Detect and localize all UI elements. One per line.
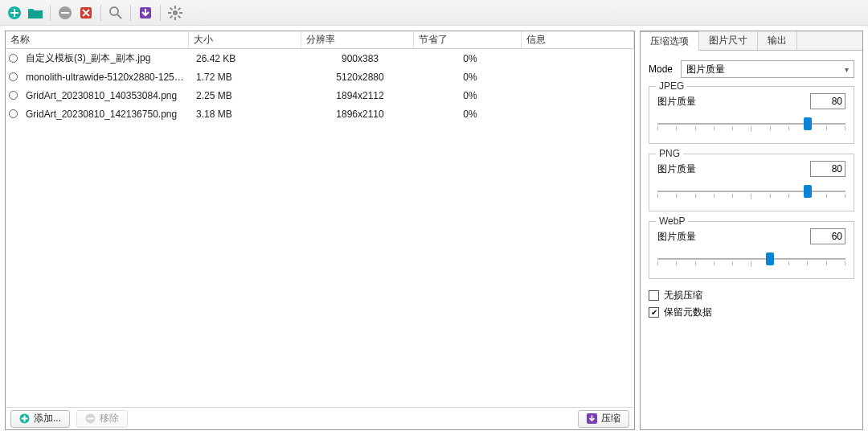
table-row[interactable]: 自定义模板(3)_副本_副本.jpg 26.42 KB 900x383 0% [6, 49, 634, 68]
cell-resolution: 1896x2110 [304, 109, 416, 120]
slider-ticks [657, 261, 845, 266]
delete-icon[interactable] [76, 3, 96, 23]
compress-down-icon [587, 413, 597, 424]
jpeg-quality-input[interactable] [810, 93, 845, 109]
webp-quality-input[interactable] [810, 228, 845, 244]
open-folder-icon[interactable] [26, 3, 45, 23]
slider-thumb[interactable] [804, 185, 812, 198]
mode-label: Mode [649, 64, 673, 75]
table-row[interactable]: GridArt_20230810_142136750.png 3.18 MB 1… [6, 105, 634, 123]
png-section: PNG 图片质量 [649, 154, 854, 211]
add-icon [19, 413, 30, 424]
png-legend: PNG [656, 148, 683, 159]
cell-size: 1.72 MB [191, 72, 304, 83]
slider-thumb[interactable] [766, 252, 774, 265]
webp-legend: WebP [656, 215, 688, 227]
cell-saved: 0% [416, 72, 524, 83]
file-list-header: 名称 大小 分辨率 节省了 信息 [6, 31, 634, 49]
slider-thumb[interactable] [804, 117, 812, 130]
toolbar-divider [130, 5, 131, 21]
search-icon[interactable] [106, 3, 125, 23]
file-list-body[interactable]: 自定义模板(3)_副本_副本.jpg 26.42 KB 900x383 0% m… [6, 49, 634, 407]
cell-name: 自定义模板(3)_副本_副本.jpg [21, 51, 191, 65]
content-area: 名称 大小 分辨率 节省了 信息 自定义模板(3)_副本_副本.jpg 26.4… [0, 26, 868, 435]
cell-size: 3.18 MB [191, 109, 304, 120]
status-icon [9, 109, 18, 118]
options-panel: 压缩选项 图片尺寸 输出 Mode 图片质量 ▾ JPEG 图片质量 [640, 31, 863, 430]
toolbar-divider [100, 5, 101, 21]
mode-select[interactable]: 图片质量 ▾ [681, 60, 854, 78]
table-row[interactable]: GridArt_20230810_140353084.png 2.25 MB 1… [6, 86, 634, 105]
slider-track [657, 191, 845, 192]
column-name[interactable]: 名称 [6, 31, 189, 48]
svg-rect-2 [10, 12, 18, 14]
cell-size: 2.25 MB [191, 90, 304, 101]
table-row[interactable]: monolith-ultrawide-5120x2880-12540.jp 1.… [6, 68, 634, 86]
slider-ticks [657, 194, 845, 199]
main-toolbar [0, 0, 868, 26]
options-body: Mode 图片质量 ▾ JPEG 图片质量 [641, 51, 862, 429]
toolbar-divider [160, 5, 161, 21]
cell-resolution: 5120x2880 [304, 72, 416, 83]
add-icon[interactable] [5, 3, 24, 23]
remove-icon[interactable] [55, 3, 75, 23]
settings-icon[interactable] [166, 3, 185, 23]
cell-saved: 0% [416, 53, 524, 64]
remove-icon [85, 413, 96, 424]
png-quality-input[interactable] [810, 161, 845, 177]
column-size[interactable]: 大小 [189, 31, 301, 48]
slider-track [657, 123, 845, 125]
compress-down-icon[interactable] [136, 3, 155, 23]
cell-name: GridArt_20230810_140353084.png [21, 90, 191, 101]
slider-ticks [657, 126, 845, 131]
column-resolution[interactable]: 分辨率 [301, 31, 414, 48]
svg-point-6 [110, 7, 118, 15]
status-icon [9, 54, 18, 63]
remove-button-label: 移除 [100, 412, 119, 425]
lossless-row[interactable]: 无损压缩 [649, 289, 854, 302]
cell-saved: 0% [416, 109, 524, 120]
png-quality-label: 图片质量 [657, 162, 804, 176]
cell-name: monolith-ultrawide-5120x2880-12540.jp [21, 72, 191, 83]
chevron-down-icon: ▾ [845, 65, 849, 74]
cell-name: GridArt_20230810_142136750.png [21, 109, 191, 120]
tab-compress-options[interactable]: 压缩选项 [641, 31, 699, 51]
png-quality-slider[interactable] [657, 183, 845, 199]
slider-track [657, 258, 845, 260]
cell-resolution: 900x383 [304, 53, 416, 64]
status-icon [9, 72, 18, 81]
add-button-label: 添加... [34, 412, 61, 425]
svg-line-7 [117, 14, 121, 18]
compress-button-label: 压缩 [601, 412, 620, 425]
column-saved[interactable]: 节省了 [414, 31, 522, 48]
remove-button[interactable]: 移除 [76, 410, 128, 428]
cell-size: 26.42 KB [191, 53, 304, 64]
svg-rect-22 [88, 418, 94, 420]
metadata-checkbox[interactable] [649, 307, 659, 318]
jpeg-quality-slider[interactable] [657, 116, 845, 132]
svg-line-16 [178, 7, 181, 10]
mode-row: Mode 图片质量 ▾ [649, 60, 854, 78]
options-tabs: 压缩选项 图片尺寸 输出 [641, 31, 862, 51]
tab-image-size[interactable]: 图片尺寸 [699, 31, 758, 50]
svg-rect-4 [61, 12, 69, 14]
metadata-row[interactable]: 保留元数据 [649, 306, 854, 319]
column-info[interactable]: 信息 [522, 31, 634, 48]
jpeg-legend: JPEG [656, 80, 687, 92]
compress-button[interactable]: 压缩 [578, 410, 629, 428]
svg-point-9 [173, 10, 178, 15]
mode-selected-value: 图片质量 [686, 63, 725, 76]
svg-line-15 [178, 15, 181, 18]
svg-rect-20 [22, 418, 28, 420]
svg-line-17 [170, 15, 173, 18]
tab-output[interactable]: 输出 [758, 31, 797, 50]
webp-quality-slider[interactable] [657, 251, 845, 267]
jpeg-section: JPEG 图片质量 [649, 86, 854, 144]
add-button[interactable]: 添加... [10, 410, 70, 428]
cell-resolution: 1894x2112 [304, 90, 416, 101]
webp-section: WebP 图片质量 [649, 221, 854, 279]
svg-line-14 [170, 7, 173, 10]
lossless-checkbox[interactable] [649, 290, 659, 301]
file-list-footer: 添加... 移除 压缩 [6, 407, 634, 429]
status-icon [9, 91, 18, 100]
